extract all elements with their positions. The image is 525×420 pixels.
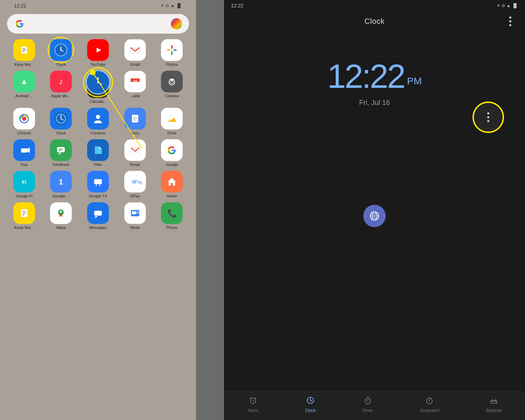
app-icon-keep — [13, 39, 35, 61]
app-icon-contacts — [87, 108, 109, 130]
clock-date-value: Fri, Jul 16 — [359, 99, 390, 107]
app-icon-clock-highlighted — [50, 39, 72, 61]
app-calculator[interactable]: +× Calculat... — [81, 71, 115, 104]
app-label-messages: Messages — [89, 225, 107, 230]
google-assistant-icon — [171, 18, 182, 29]
app-grid-row2: ▲ Android ... ♪ Apple Mu... +× Calculat.… — [7, 71, 189, 104]
svg-text:Pay: Pay — [135, 179, 142, 184]
app-label-gpay: GPay — [130, 194, 140, 198]
nav-stopwatch-label: Stopwatch — [420, 408, 439, 413]
app-drive[interactable]: Drive — [155, 108, 189, 135]
app-icon-keep-row6 — [13, 202, 35, 224]
svg-rect-29 — [165, 75, 178, 88]
app-google[interactable]: Google — [155, 139, 189, 167]
app-icon-fi: Fi — [13, 171, 35, 192]
app-label-contacts: Contacts — [90, 131, 105, 135]
svg-rect-119 — [491, 401, 497, 403]
nav-alarm[interactable]: Alarm — [247, 396, 258, 413]
app-feedback[interactable]: Feedback — [44, 139, 78, 167]
svg-point-8 — [60, 49, 62, 51]
app-duo[interactable]: Duo — [7, 139, 41, 167]
svg-line-118 — [431, 398, 432, 399]
app-files[interactable]: Files — [81, 139, 115, 167]
svg-rect-32 — [170, 79, 174, 80]
globe-timezone-button[interactable] — [363, 205, 386, 227]
app-gmail-row1[interactable]: Gmail — [118, 39, 152, 66]
svg-point-35 — [22, 117, 26, 121]
app-label-google: Google — [166, 162, 178, 167]
app-contacts[interactable]: Contacts — [81, 108, 115, 135]
app-label-gmail-row4: Gmail — [130, 162, 140, 167]
app-label-duo: Duo — [21, 162, 28, 167]
app-calendar[interactable]: 16 ...adar — [118, 71, 152, 104]
svg-rect-47 — [165, 112, 178, 125]
app-keep-notes[interactable]: Keep Not... — [7, 39, 41, 66]
svg-rect-112 — [367, 397, 369, 398]
app-icon-one: 1 — [50, 171, 72, 192]
right-panel: 12:22 ✕ ⊖ ▲ ▐▌ Clock 12:22 PM Fri, Jul 1… — [224, 0, 525, 420]
time-left: 12:22 — [14, 3, 26, 8]
app-icon-tv — [87, 171, 109, 192]
app-keep-row6[interactable]: Keep Not... — [7, 202, 41, 230]
app-maps[interactable]: Maps — [44, 202, 78, 230]
app-android[interactable]: ▲ Android ... — [7, 71, 41, 104]
app-grid-row6: Keep Not... Maps Messages News 📞 Phone — [7, 202, 189, 230]
dot3 — [509, 24, 511, 26]
svg-rect-92 — [137, 213, 139, 214]
app-label-gmail-row1: Gmail — [130, 62, 140, 66]
annotation-dots — [487, 112, 489, 122]
timer-icon — [364, 396, 372, 407]
svg-rect-120 — [491, 400, 497, 401]
app-docs[interactable]: Docs — [118, 108, 152, 135]
app-youtube[interactable]: YouTube — [81, 39, 115, 66]
app-clock-row1[interactable]: Clock — [44, 39, 78, 66]
app-icon-camera — [161, 71, 183, 92]
nav-timer[interactable]: Timer — [363, 396, 373, 413]
stopwatch-icon — [425, 396, 434, 407]
app-news[interactable]: News — [118, 202, 152, 230]
more-options-button[interactable] — [503, 14, 518, 29]
svg-rect-2 — [22, 48, 26, 49]
app-camera[interactable]: Camera — [155, 71, 189, 104]
app-gmail-row4[interactable]: Gmail — [118, 139, 152, 167]
dot2 — [509, 20, 511, 22]
left-panel: 12:22 ✕ ⊖ ▲ ▐▌ Keep Not... — [0, 0, 196, 420]
svg-text:♪: ♪ — [59, 77, 63, 86]
app-label-keep: Keep Not... — [14, 62, 34, 66]
app-one[interactable]: 1 Google ... — [44, 171, 78, 198]
nav-stopwatch[interactable]: Stopwatch — [420, 396, 439, 413]
app-fi[interactable]: Fi Google Fi — [7, 171, 41, 198]
app-icon-docs — [124, 108, 146, 130]
app-icon-clock-row3 — [50, 108, 72, 130]
clock-app-title: Clock — [364, 17, 385, 26]
svg-rect-56 — [57, 147, 65, 152]
app-home[interactable]: Home — [155, 171, 189, 198]
app-label-phone: Phone — [166, 225, 177, 230]
app-phone[interactable]: 📞 Phone — [155, 202, 189, 230]
app-icon-messages — [87, 202, 109, 224]
app-chrome[interactable]: Chrome — [7, 108, 41, 135]
app-photos[interactable]: Photos — [155, 39, 189, 66]
svg-text:16: 16 — [133, 79, 137, 83]
app-label-fi: Google Fi — [16, 194, 33, 198]
svg-rect-70 — [94, 179, 102, 184]
svg-text:1: 1 — [59, 177, 63, 186]
app-gpay[interactable]: GPay GPay — [118, 171, 152, 198]
svg-line-108 — [255, 398, 256, 399]
app-icon-gmail-row4 — [124, 139, 146, 161]
app-clock-row3[interactable]: Clock — [44, 108, 78, 135]
app-music[interactable]: ♪ Apple Mu... — [44, 71, 78, 104]
app-label-calendar: ...adar — [130, 94, 140, 98]
nav-clock[interactable]: Clock — [305, 396, 316, 413]
status-icons-right: ✕ ⊖ ▲ ▐▌ — [497, 3, 518, 8]
app-icon-gpay: GPay — [124, 171, 146, 192]
app-messages[interactable]: Messages — [81, 202, 115, 230]
app-label-photos: Photos — [166, 62, 178, 66]
nav-bedtime[interactable]: Bedtime — [486, 396, 502, 413]
status-icons-left: ✕ ⊖ ▲ ▐▌ — [161, 3, 182, 8]
nav-bedtime-label: Bedtime — [486, 408, 502, 413]
svg-text:Fi: Fi — [22, 180, 26, 185]
search-bar[interactable] — [7, 14, 189, 34]
app-tv[interactable]: Google TV — [81, 171, 115, 198]
app-icon-drive — [161, 108, 183, 130]
